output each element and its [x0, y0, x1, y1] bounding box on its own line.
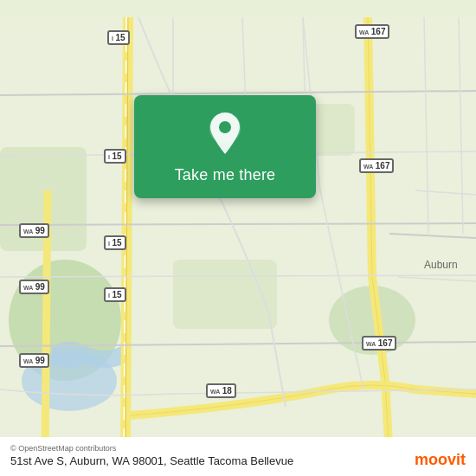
highway-badge-wa167-3: WA 167 — [362, 336, 396, 351]
highway-badge-i15-2: I 15 — [104, 149, 126, 164]
take-me-there-card[interactable]: Take me there — [134, 95, 316, 198]
osm-attribution: © OpenStreetMap contributors — [10, 444, 466, 453]
highway-badge-wa99-3: WA 99 — [19, 353, 49, 368]
moovit-brand-text: moovit — [415, 451, 466, 469]
highway-badge-wa99-1: WA 99 — [19, 223, 49, 238]
highway-badge-i15-3: I 15 — [104, 235, 126, 250]
highway-badge-i15-1: I 15 — [107, 30, 130, 45]
moovit-logo: moovit — [415, 451, 466, 469]
svg-text:Auburn: Auburn — [424, 259, 458, 271]
highway-badge-wa99-2: WA 99 — [19, 280, 49, 294]
svg-point-9 — [219, 121, 231, 133]
bottom-bar: © OpenStreetMap contributors 51st Ave S,… — [0, 437, 476, 476]
map-container: Auburn Take me there I 15 I 15 I 15 I 15… — [0, 0, 476, 476]
highway-badge-wa18: WA 18 — [206, 383, 236, 398]
take-me-there-button[interactable]: Take me there — [175, 166, 276, 184]
highway-badge-i15-4: I 15 — [104, 287, 126, 302]
highway-badge-wa167-2: WA 167 — [359, 158, 394, 173]
highway-badge-wa167-1: WA 167 — [355, 24, 389, 39]
address-label: 51st Ave S, Auburn, WA 98001, Seattle Ta… — [10, 454, 466, 467]
location-pin-icon — [206, 111, 244, 156]
